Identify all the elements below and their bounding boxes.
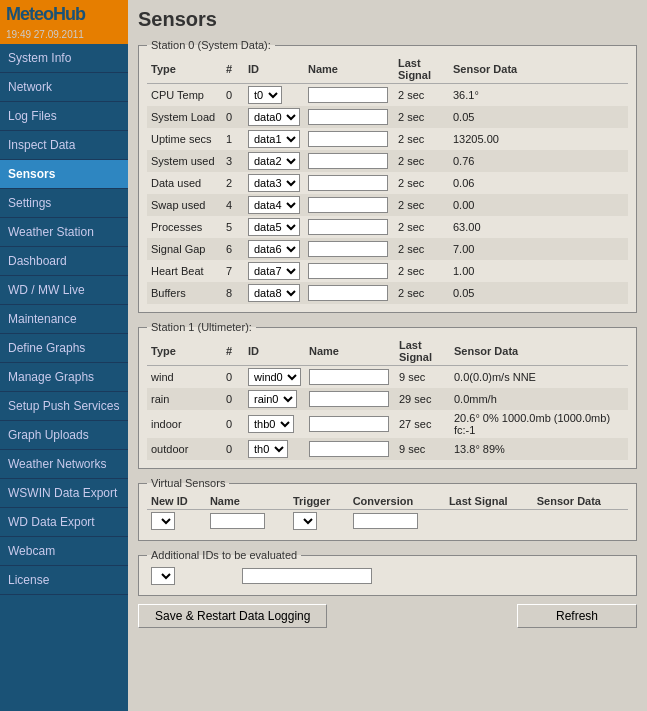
id-select[interactable]: data8	[248, 284, 300, 302]
sidebar-item-webcam[interactable]: Webcam	[0, 537, 128, 566]
id-select[interactable]: data0	[248, 108, 300, 126]
name-input[interactable]	[308, 131, 388, 147]
sidebar: MeteoHub 19:49 27.09.2011 System Info Ne…	[0, 0, 128, 711]
page-title: Sensors	[138, 8, 637, 31]
id-select[interactable]: wind0	[248, 368, 301, 386]
cell-name	[304, 260, 394, 282]
cell-name	[304, 128, 394, 150]
sidebar-item-license[interactable]: License	[0, 566, 128, 595]
sidebar-item-sensors[interactable]: Sensors	[0, 160, 128, 189]
cell-signal: 9 sec	[395, 438, 450, 460]
virtual-legend: Virtual Sensors	[147, 477, 229, 489]
cell-type: Swap used	[147, 194, 222, 216]
sidebar-item-network[interactable]: Network	[0, 73, 128, 102]
cell-id: wind0	[244, 366, 305, 389]
name-input[interactable]	[308, 219, 388, 235]
id-select[interactable]: th0	[248, 440, 288, 458]
col-num-0: #	[222, 55, 244, 84]
name-input[interactable]	[308, 175, 388, 191]
col-data-0: Sensor Data	[449, 55, 628, 84]
cell-type: wind	[147, 366, 222, 389]
cell-num: 1	[222, 128, 244, 150]
cell-id: data6	[244, 238, 304, 260]
id-select[interactable]: data3	[248, 174, 300, 192]
name-input[interactable]	[308, 197, 388, 213]
cell-num: 3	[222, 150, 244, 172]
cell-num: 0	[222, 84, 244, 107]
additional-id-select[interactable]	[151, 567, 175, 585]
id-select[interactable]: data5	[248, 218, 300, 236]
name-input[interactable]	[308, 285, 388, 301]
vs-trigger-cell	[289, 510, 349, 533]
name-input[interactable]	[308, 87, 388, 103]
vs-newid-select[interactable]	[151, 512, 175, 530]
cell-num: 8	[222, 282, 244, 304]
vs-name-input[interactable]	[210, 513, 265, 529]
vs-col-trigger: Trigger	[289, 493, 349, 510]
cell-name	[304, 172, 394, 194]
sidebar-item-system-info[interactable]: System Info	[0, 44, 128, 73]
name-input[interactable]	[308, 241, 388, 257]
cell-data: 7.00	[449, 238, 628, 260]
table-row: System Load 0 data0 2 sec 0.05	[147, 106, 628, 128]
id-select[interactable]: data7	[248, 262, 300, 280]
col-id-1: ID	[244, 337, 305, 366]
sidebar-item-maintenance[interactable]: Maintenance	[0, 305, 128, 334]
cell-name	[305, 438, 395, 460]
id-select[interactable]: data4	[248, 196, 300, 214]
sidebar-item-dashboard[interactable]: Dashboard	[0, 247, 128, 276]
table-row: Swap used 4 data4 2 sec 0.00	[147, 194, 628, 216]
id-select[interactable]: thb0	[248, 415, 294, 433]
col-signal-0: Last Signal	[394, 55, 449, 84]
sidebar-item-wd-mw-live[interactable]: WD / MW Live	[0, 276, 128, 305]
cell-num: 0	[222, 438, 244, 460]
cell-data: 1.00	[449, 260, 628, 282]
sidebar-item-manage-graphs[interactable]: Manage Graphs	[0, 363, 128, 392]
vs-col-name: Name	[206, 493, 289, 510]
cell-id: data0	[244, 106, 304, 128]
cell-id: thb0	[244, 410, 305, 438]
id-select[interactable]: data6	[248, 240, 300, 258]
cell-signal: 29 sec	[395, 388, 450, 410]
id-select[interactable]: data2	[248, 152, 300, 170]
station1-fieldset: Station 1 (Ultimeter): Type # ID Name La…	[138, 321, 637, 469]
name-input[interactable]	[309, 416, 389, 432]
sidebar-item-weather-networks[interactable]: Weather Networks	[0, 450, 128, 479]
sidebar-item-weather-station[interactable]: Weather Station	[0, 218, 128, 247]
cell-name	[305, 410, 395, 438]
cell-signal: 2 sec	[394, 84, 449, 107]
col-name-1: Name	[305, 337, 395, 366]
id-select[interactable]: data1	[248, 130, 300, 148]
table-row: wind 0 wind0 9 sec 0.0(0.0)m/s NNE	[147, 366, 628, 389]
id-select[interactable]: t0	[248, 86, 282, 104]
name-input[interactable]	[309, 369, 389, 385]
name-input[interactable]	[309, 391, 389, 407]
cell-type: indoor	[147, 410, 222, 438]
vs-trigger-select[interactable]	[293, 512, 317, 530]
id-select[interactable]: rain0	[248, 390, 297, 408]
cell-id: data2	[244, 150, 304, 172]
sidebar-item-graph-uploads[interactable]: Graph Uploads	[0, 421, 128, 450]
sidebar-item-inspect-data[interactable]: Inspect Data	[0, 131, 128, 160]
name-input[interactable]	[308, 153, 388, 169]
save-restart-button[interactable]: Save & Restart Data Logging	[138, 604, 327, 628]
cell-id: data8	[244, 282, 304, 304]
sidebar-item-wswin-export[interactable]: WSWIN Data Export	[0, 479, 128, 508]
sidebar-item-wd-export[interactable]: WD Data Export	[0, 508, 128, 537]
name-input[interactable]	[308, 109, 388, 125]
logo: MeteoHub	[6, 4, 122, 25]
vs-conversion-input[interactable]	[353, 513, 418, 529]
cell-type: Signal Gap	[147, 238, 222, 260]
table-row: Heart Beat 7 data7 2 sec 1.00	[147, 260, 628, 282]
name-input[interactable]	[309, 441, 389, 457]
name-input[interactable]	[308, 263, 388, 279]
sidebar-item-settings[interactable]: Settings	[0, 189, 128, 218]
station0-legend: Station 0 (System Data):	[147, 39, 275, 51]
cell-signal: 2 sec	[394, 282, 449, 304]
sidebar-item-log-files[interactable]: Log Files	[0, 102, 128, 131]
additional-value-input[interactable]	[242, 568, 372, 584]
refresh-button[interactable]: Refresh	[517, 604, 637, 628]
cell-name	[304, 238, 394, 260]
sidebar-item-setup-push[interactable]: Setup Push Services	[0, 392, 128, 421]
sidebar-item-define-graphs[interactable]: Define Graphs	[0, 334, 128, 363]
